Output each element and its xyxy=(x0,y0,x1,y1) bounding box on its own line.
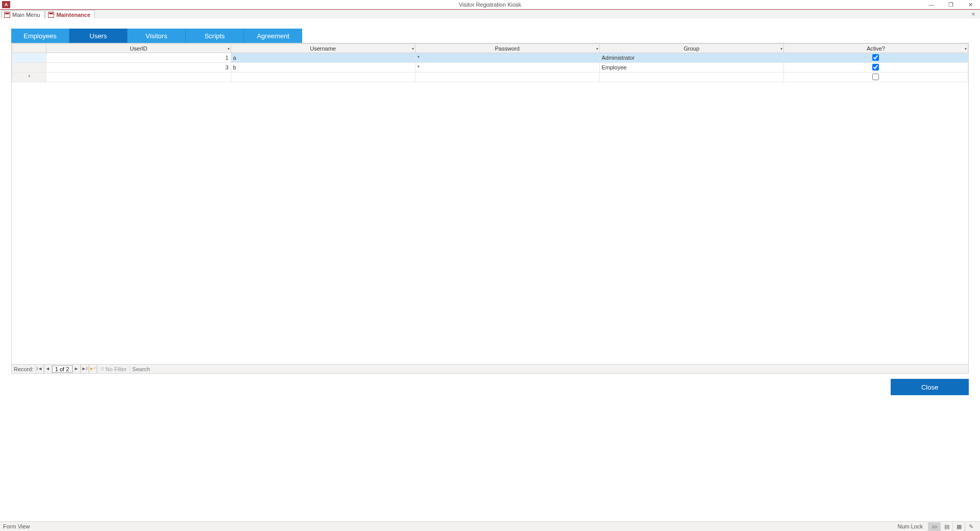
row-selector[interactable] xyxy=(12,53,46,63)
tab-users[interactable]: Users xyxy=(69,29,128,43)
maximize-button[interactable]: ❐ xyxy=(941,0,961,9)
numlock-indicator: Num Lock xyxy=(897,523,923,529)
tab-scripts[interactable]: Scripts xyxy=(186,29,244,43)
app-icon: A xyxy=(2,1,10,8)
title-bar: A Visitor Registration Kiosk — ❐ ✕ xyxy=(0,0,980,9)
table-row[interactable]: 3 b * Employee xyxy=(12,63,968,73)
col-header-password[interactable]: Password▾ xyxy=(415,44,599,53)
window-title: Visitor Registration Kiosk xyxy=(459,2,521,8)
close-bar: Close xyxy=(11,379,969,395)
nav-first-button[interactable]: I◄ xyxy=(36,365,44,373)
nav-last-button[interactable]: ►I xyxy=(81,365,89,373)
tab-agreement[interactable]: Agreement xyxy=(244,29,302,43)
users-grid[interactable]: UserID▾ Username▾ Password▾ Group▾ Activ… xyxy=(12,43,968,82)
chevron-down-icon[interactable]: ▾ xyxy=(965,46,967,51)
active-checkbox[interactable] xyxy=(872,54,879,61)
record-label: Record: xyxy=(12,366,36,372)
close-button[interactable]: Close xyxy=(891,379,969,395)
cell-password[interactable] xyxy=(415,73,599,82)
select-all-header[interactable] xyxy=(12,44,46,53)
cell-group[interactable] xyxy=(599,73,783,82)
cell-username[interactable]: a xyxy=(231,53,415,63)
minimize-button[interactable]: — xyxy=(922,0,941,9)
chevron-down-icon[interactable]: ▾ xyxy=(596,46,598,51)
doc-tab-label: Maintenance xyxy=(56,12,90,18)
doc-tab-label: Main Menu xyxy=(12,12,40,18)
view-datasheet-button[interactable]: ▤ xyxy=(940,522,952,531)
status-bar: Form View Num Lock ▭ ▤ ▦ ✎ xyxy=(0,521,980,531)
inner-tab-bar: Employees Users Visitors Scripts Agreeme… xyxy=(11,29,980,43)
cell-group[interactable]: Administrator xyxy=(599,53,783,63)
nav-prev-button[interactable]: ◄ xyxy=(44,365,52,373)
cell-userid[interactable] xyxy=(46,73,231,82)
nav-new-button[interactable]: ►* xyxy=(89,365,97,373)
nav-next-button[interactable]: ► xyxy=(72,365,81,373)
col-header-group[interactable]: Group▾ xyxy=(599,44,783,53)
col-header-userid[interactable]: UserID▾ xyxy=(46,44,231,53)
active-checkbox[interactable] xyxy=(872,74,879,80)
view-form-button[interactable]: ▭ xyxy=(928,522,940,531)
users-subform: UserID▾ Username▾ Password▾ Group▾ Activ… xyxy=(11,43,969,374)
cell-username[interactable]: b xyxy=(231,63,415,73)
funnel-icon: ▽ xyxy=(101,367,104,372)
chevron-down-icon[interactable]: ▾ xyxy=(780,46,782,51)
view-design-button[interactable]: ✎ xyxy=(965,522,977,531)
window-close-button[interactable]: ✕ xyxy=(961,0,980,9)
grid-empty-area xyxy=(12,82,968,364)
chevron-down-icon[interactable]: ▾ xyxy=(228,46,230,51)
cell-userid[interactable]: 3 xyxy=(46,63,231,73)
filter-indicator[interactable]: ▽No Filter xyxy=(97,366,130,372)
table-row[interactable]: 1 a * Administrator xyxy=(12,53,968,63)
doc-tab-maintenance[interactable]: Maintenance xyxy=(45,10,95,18)
status-left-text: Form View xyxy=(3,523,30,529)
cell-active[interactable] xyxy=(783,73,968,82)
form-area: Employees Users Visitors Scripts Agreeme… xyxy=(0,18,980,521)
cell-password[interactable]: * xyxy=(415,63,599,73)
cell-password[interactable]: * xyxy=(415,53,599,63)
chevron-down-icon[interactable]: ▾ xyxy=(412,46,414,51)
tab-visitors[interactable]: Visitors xyxy=(128,29,186,43)
row-selector-new[interactable]: * xyxy=(12,73,46,82)
record-position-input[interactable] xyxy=(52,366,72,373)
cell-username[interactable] xyxy=(231,73,415,82)
document-tab-bar: Main Menu Maintenance × xyxy=(0,10,980,19)
table-row-new[interactable]: * xyxy=(12,73,968,82)
view-layout-button[interactable]: ▦ xyxy=(952,522,965,531)
form-icon xyxy=(4,12,10,18)
active-checkbox[interactable] xyxy=(872,64,879,70)
cell-active[interactable] xyxy=(783,63,968,73)
search-input[interactable] xyxy=(130,366,160,373)
doc-tab-close-button[interactable]: × xyxy=(970,11,977,18)
col-header-active[interactable]: Active?▾ xyxy=(783,44,968,53)
col-header-username[interactable]: Username▾ xyxy=(231,44,415,53)
cell-active[interactable] xyxy=(783,53,968,63)
record-navigator: Record: I◄ ◄ ► ►I ►* ▽No Filter xyxy=(12,364,968,373)
cell-group[interactable]: Employee xyxy=(599,63,783,73)
row-selector[interactable] xyxy=(12,63,46,73)
doc-tab-main-menu[interactable]: Main Menu xyxy=(2,10,44,18)
cell-userid[interactable]: 1 xyxy=(46,53,231,63)
tab-employees[interactable]: Employees xyxy=(11,29,69,43)
form-icon xyxy=(48,12,54,18)
